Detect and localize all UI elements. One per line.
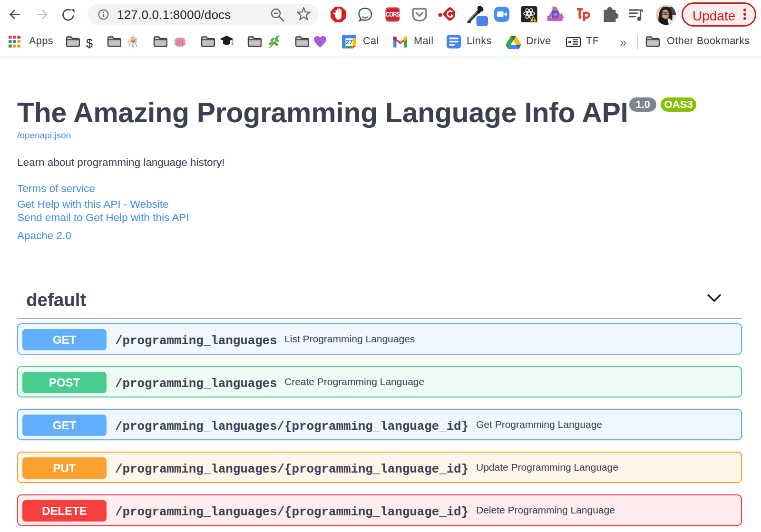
svg-text:CORS: CORS (386, 10, 400, 18)
svg-text:27: 27 (345, 39, 352, 46)
